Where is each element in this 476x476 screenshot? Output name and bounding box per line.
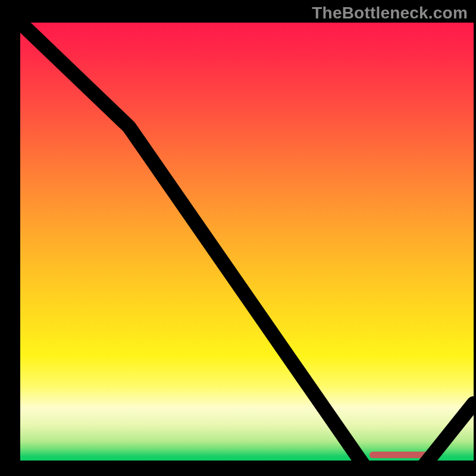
watermark-text: TheBottleneck.com (312, 4, 468, 23)
bottleneck-curve-line (20, 23, 474, 471)
bottleneck-curve (20, 23, 474, 476)
plot-area (20, 23, 474, 461)
chart-container: TheBottleneck.com (0, 0, 476, 476)
